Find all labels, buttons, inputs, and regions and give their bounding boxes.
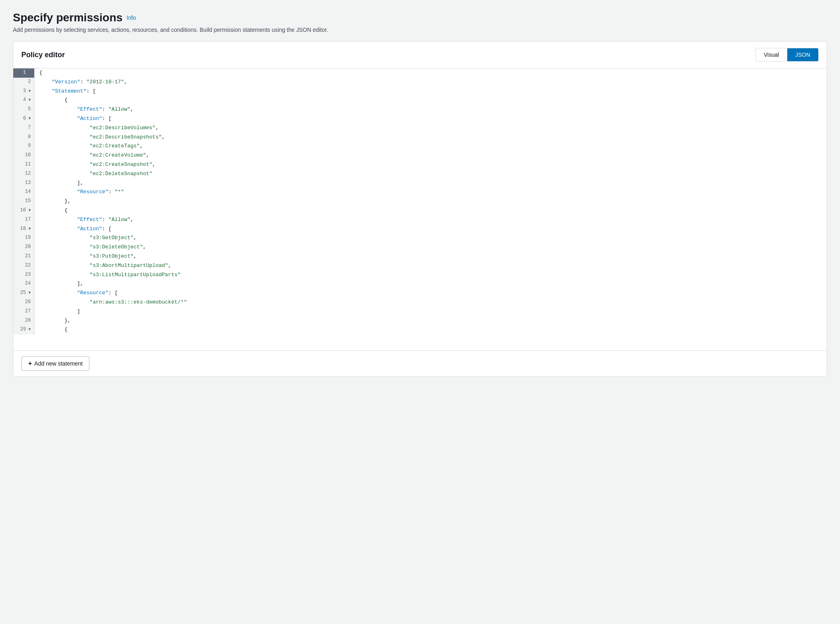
tab-group: Visual JSON: [755, 48, 819, 62]
code-line-content: ]: [34, 307, 827, 316]
line-number: 22: [13, 261, 34, 271]
line-number: 26: [13, 298, 34, 307]
add-statement-bar: + Add new statement: [13, 350, 827, 376]
policy-editor-card: Policy editor Visual JSON 1▼{2 "Version"…: [13, 41, 827, 377]
line-number: 10: [13, 151, 34, 160]
line-number: 4▼: [13, 96, 34, 105]
fold-toggle[interactable]: ▼: [26, 326, 31, 333]
table-row: 4▼ {: [13, 96, 827, 105]
table-row: 27 ]: [13, 307, 827, 316]
code-line-content: "Effect": "Allow",: [34, 215, 827, 225]
table-row: 17 "Effect": "Allow",: [13, 215, 827, 225]
editor-area[interactable]: 1▼{2 "Version": "2012-10-17",3▼ "Stateme…: [13, 68, 827, 350]
line-number: 18▼: [13, 225, 34, 234]
table-row: 3▼ "Statement": [: [13, 87, 827, 96]
code-line-content: "Resource": "*": [34, 188, 827, 197]
table-row: 7 "ec2:DescribeVolumes",: [13, 124, 827, 133]
table-row: 1▼{: [13, 68, 827, 78]
table-row: 12 "ec2:DeleteSnapshot": [13, 169, 827, 179]
code-line-content: "ec2:DescribeSnapshots",: [34, 133, 827, 142]
table-row: 23 "s3:ListMultipartUploadParts": [13, 271, 827, 280]
fold-toggle[interactable]: ▼: [26, 70, 31, 76]
table-row: 5 "Effect": "Allow",: [13, 105, 827, 114]
page-header: Specify permissions Info Add permissions…: [13, 11, 827, 33]
code-line-content: "ec2:CreateVolume",: [34, 151, 827, 160]
code-line-content: {: [34, 68, 827, 78]
code-line-content: "s3:DeleteObject",: [34, 243, 827, 252]
line-number: 11: [13, 160, 34, 169]
line-number: 23: [13, 271, 34, 280]
code-line-content: },: [34, 197, 827, 206]
table-row: 26 "arn:aws:s3:::eks-demobucket/*": [13, 298, 827, 307]
fold-toggle[interactable]: ▼: [26, 290, 31, 296]
line-number: 12: [13, 169, 34, 179]
table-row: 20 "s3:DeleteObject",: [13, 243, 827, 252]
table-row: 15 },: [13, 197, 827, 206]
code-line-content: },: [34, 316, 827, 326]
table-row: 2 "Version": "2012-10-17",: [13, 78, 827, 87]
line-number: 27: [13, 307, 34, 316]
page-wrapper: Specify permissions Info Add permissions…: [0, 0, 840, 390]
table-row: 29▼ {: [13, 325, 827, 335]
page-subtitle: Add permissions by selecting services, a…: [13, 27, 827, 33]
table-row: 28 },: [13, 316, 827, 326]
table-row: 22 "s3:AbortMultipartUpload",: [13, 261, 827, 271]
line-number: 6▼: [13, 114, 34, 124]
line-number: 1▼: [13, 68, 34, 78]
fold-toggle[interactable]: ▼: [26, 88, 31, 95]
code-line-content: {: [34, 206, 827, 215]
table-row: 14 "Resource": "*": [13, 188, 827, 197]
fold-toggle[interactable]: ▼: [26, 226, 31, 232]
code-line-content: "s3:PutObject",: [34, 252, 827, 261]
page-title-row: Specify permissions Info: [13, 11, 827, 24]
code-table: 1▼{2 "Version": "2012-10-17",3▼ "Stateme…: [13, 68, 827, 335]
code-line-content: {: [34, 325, 827, 335]
code-line-content: "Statement": [: [34, 87, 827, 96]
card-header: Policy editor Visual JSON: [13, 41, 827, 68]
table-row: 16▼ {: [13, 206, 827, 215]
line-number: 24: [13, 279, 34, 289]
table-row: 10 "ec2:CreateVolume",: [13, 151, 827, 160]
table-row: 11 "ec2:CreateSnapshot",: [13, 160, 827, 169]
line-number: 15: [13, 197, 34, 206]
code-line-content: "Resource": [: [34, 289, 827, 298]
code-line-content: "Action": [: [34, 225, 827, 234]
code-line-content: "s3:GetObject",: [34, 233, 827, 243]
table-row: 13 ],: [13, 179, 827, 188]
code-line-content: "arn:aws:s3:::eks-demobucket/*": [34, 298, 827, 307]
table-row: 21 "s3:PutObject",: [13, 252, 827, 261]
code-line-content: "s3:ListMultipartUploadParts": [34, 271, 827, 280]
info-link[interactable]: Info: [126, 14, 136, 21]
code-line-content: "s3:AbortMultipartUpload",: [34, 261, 827, 271]
tab-json[interactable]: JSON: [787, 48, 818, 61]
fold-toggle[interactable]: ▼: [26, 97, 31, 103]
add-statement-button[interactable]: + Add new statement: [21, 356, 89, 371]
line-number: 2: [13, 78, 34, 87]
page-title: Specify permissions: [13, 11, 122, 24]
line-number: 5: [13, 105, 34, 114]
line-number: 28: [13, 316, 34, 326]
line-number: 25▼: [13, 289, 34, 298]
line-number: 21: [13, 252, 34, 261]
line-number: 29▼: [13, 325, 34, 335]
table-row: 8 "ec2:DescribeSnapshots",: [13, 133, 827, 142]
line-number: 17: [13, 215, 34, 225]
code-line-content: "ec2:DeleteSnapshot": [34, 169, 827, 179]
line-number: 14: [13, 188, 34, 197]
code-line-content: "ec2:DescribeVolumes",: [34, 124, 827, 133]
table-row: 6▼ "Action": [: [13, 114, 827, 124]
line-number: 13: [13, 179, 34, 188]
fold-toggle[interactable]: ▼: [26, 207, 31, 214]
tab-visual[interactable]: Visual: [756, 48, 787, 61]
table-row: 25▼ "Resource": [: [13, 289, 827, 298]
plus-icon: +: [28, 360, 32, 367]
line-number: 3▼: [13, 87, 34, 96]
code-line-content: {: [34, 96, 827, 105]
table-row: 24 ],: [13, 279, 827, 289]
line-number: 9: [13, 142, 34, 151]
code-line-content: "Version": "2012-10-17",: [34, 78, 827, 87]
line-number: 16▼: [13, 206, 34, 215]
code-line-content: ],: [34, 279, 827, 289]
fold-toggle[interactable]: ▼: [26, 116, 31, 122]
card-title: Policy editor: [21, 51, 65, 59]
